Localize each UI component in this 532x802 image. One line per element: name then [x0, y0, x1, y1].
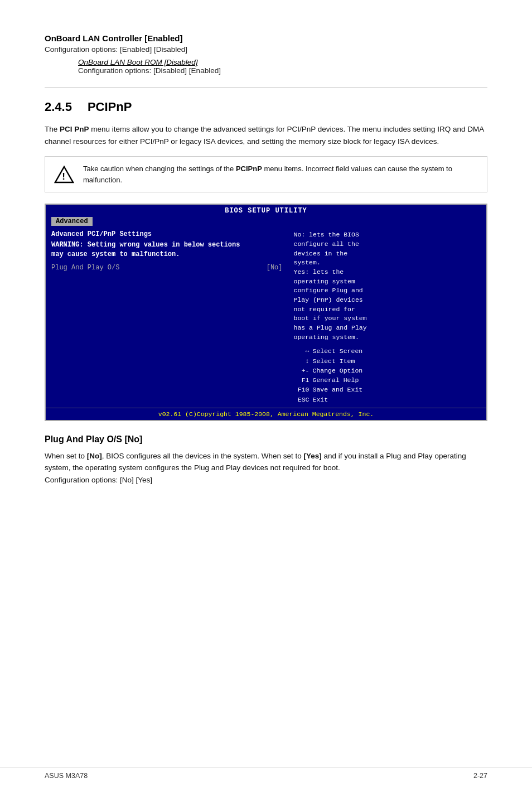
chapter-heading-245: 2.4.5PCIPnP [45, 100, 487, 114]
onboard-boot-rom-link: OnBoard LAN Boot ROM [Disabled] [78, 58, 487, 66]
onboard-boot-rom-config: Configuration options: [Disabled] [Enabl… [78, 66, 487, 75]
bios-right-line-4: system. [294, 258, 481, 268]
section-divider-1 [45, 87, 487, 88]
footer-page: 2-27 [473, 772, 487, 780]
onboard-lan-section: OnBoard LAN Controller [Enabled] Configu… [45, 33, 487, 75]
bios-right-line-7: configure Plug and [294, 286, 481, 296]
bios-help-row-change: +- Change Option [294, 366, 481, 375]
chapter-title: PCIPnP [88, 100, 132, 114]
bios-body: Advanced PCI/PnP Settings WARNING: Setti… [46, 227, 486, 408]
bios-warning: WARNING: Setting wrong values in below s… [51, 240, 283, 259]
bios-plug-row: Plug And Play O/S [No] [51, 264, 283, 272]
bios-warning-line1: WARNING: Setting wrong values in below s… [51, 240, 283, 250]
bios-screen: BIOS SETUP UTILITY Advanced Advanced PCI… [45, 204, 487, 421]
bios-right-line-2: configure all the [294, 240, 481, 249]
bios-key-f1: F1 [294, 375, 309, 385]
bios-help-row-screen: ↔ Select Screen [294, 346, 481, 356]
bios-key-screen: ↔ [294, 346, 309, 356]
bios-help-row-f1: F1 General Help [294, 375, 481, 385]
bios-key-f10: F10 [294, 385, 309, 394]
plug-bold-no: [No] [87, 452, 102, 460]
bios-key-item: ↕ [294, 356, 309, 366]
bios-help-row-item: ↕ Select Item [294, 356, 481, 366]
bios-help-section: ↔ Select Screen ↕ Select Item +- Change … [294, 346, 481, 404]
bios-right-line-10: boot if your system [294, 314, 481, 323]
page-footer: ASUS M3A78 2-27 [0, 767, 532, 780]
bios-right-line-3: devices in the [294, 249, 481, 259]
bios-plug-value: [No] [267, 264, 283, 272]
onboard-lan-heading: OnBoard LAN Controller [Enabled] [45, 33, 487, 43]
bios-help-row-f10: F10 Save and Exit [294, 385, 481, 394]
plug-play-config: Configuration options: [No] [Yes] [45, 476, 152, 484]
bios-right-line-9: not required for [294, 305, 481, 315]
bios-right-line-6: operating system [294, 277, 481, 287]
bios-plug-label: Plug And Play O/S [51, 264, 119, 272]
bios-label-esc: Exit [313, 395, 328, 404]
onboard-lan-subitem: OnBoard LAN Boot ROM [Disabled] Configur… [78, 58, 487, 75]
plug-play-section: Plug And Play O/S [No] When set to [No],… [45, 434, 487, 486]
bios-right-text: No: lets the BIOS configure all the devi… [294, 230, 481, 342]
bios-title-bar: BIOS SETUP UTILITY [46, 205, 486, 216]
pcipnp-section: 2.4.5PCIPnP The PCI PnP menu items allow… [45, 100, 487, 486]
bios-right-line-8: Play (PnP) devices [294, 296, 481, 305]
plug-bold-yes: [Yes] [303, 452, 321, 460]
svg-text:!: ! [62, 171, 65, 182]
pci-pnp-bold: PCI PnP [60, 125, 89, 133]
caution-icon: ! [54, 165, 74, 185]
caution-text: Take caution when changing the settings … [83, 163, 478, 185]
pcipnp-body-text: The PCI PnP menu items allow you to chan… [45, 123, 487, 147]
bios-left-panel: Advanced PCI/PnP Settings WARNING: Setti… [46, 227, 288, 408]
bios-label-change: Change Option [313, 366, 363, 375]
bios-right-line-1: No: lets the BIOS [294, 230, 481, 240]
bios-tab-advanced[interactable]: Advanced [51, 217, 93, 226]
bios-warning-line2: may cause system to malfunction. [51, 250, 283, 259]
bios-label-screen: Select Screen [313, 346, 363, 356]
bios-key-change: +- [294, 366, 309, 375]
bios-label-f10: Save and Exit [313, 385, 363, 394]
bios-right-line-12: operating system. [294, 333, 481, 342]
plug-play-heading: Plug And Play O/S [No] [45, 434, 487, 445]
bios-help-row-esc: ESC Exit [294, 395, 481, 404]
plug-play-body: When set to [No], BIOS configures all th… [45, 450, 487, 486]
caution-box: ! Take caution when changing the setting… [45, 156, 487, 192]
chapter-number: 2.4.5 [45, 100, 72, 114]
onboard-lan-config: Configuration options: [Enabled] [Disabl… [45, 45, 487, 54]
bios-footer: v02.61 (C)Copyright 1985-2008, American … [46, 408, 486, 420]
bios-key-esc: ESC [294, 395, 309, 404]
caution-bold: PCIPnP [236, 165, 262, 173]
bios-right-line-5: Yes: lets the [294, 268, 481, 277]
bios-right-line-11: has a Plug and Play [294, 323, 481, 333]
bios-label-f1: General Help [313, 375, 359, 385]
footer-model: ASUS M3A78 [45, 772, 88, 780]
bios-tab-bar: Advanced [46, 216, 486, 227]
bios-label-item: Select Item [313, 356, 355, 366]
bios-section-title: Advanced PCI/PnP Settings [51, 230, 283, 238]
bios-right-panel: No: lets the BIOS configure all the devi… [288, 227, 487, 408]
